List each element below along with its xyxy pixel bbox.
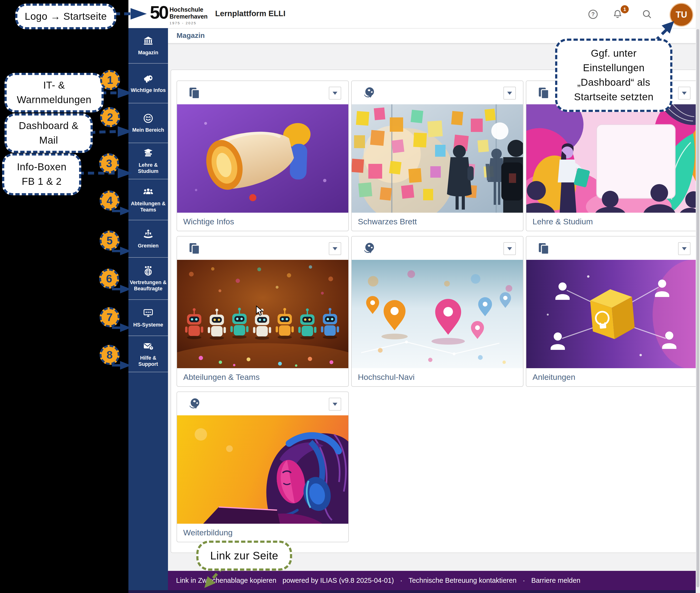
notification-count-badge[interactable]: 1 — [621, 5, 629, 13]
callout-it-warnmeldungen: IT- & Warnmeldungen — [4, 73, 104, 112]
card-image-map-pins — [352, 260, 523, 368]
sidebar-item-label: Vertretungen & Beauftragte — [128, 280, 168, 292]
mouse-cursor — [255, 306, 265, 317]
callout-text: Ggf. unter — [591, 46, 637, 61]
sidebar-item-label: Magazin — [137, 50, 160, 56]
chevron-down-icon — [682, 247, 687, 250]
chevron-down-icon — [333, 247, 337, 250]
tile-actions-dropdown[interactable] — [329, 87, 341, 100]
sidebar-item-hs-systeme[interactable]: HS-Systeme — [128, 300, 168, 336]
card-image-presentation — [526, 104, 698, 213]
help-icon[interactable]: ? — [588, 9, 598, 20]
step-badge-1: 1 — [100, 70, 120, 90]
footer-bar: Link in Zwischenablage kopieren powered … — [168, 571, 700, 590]
callout-text: Dashboard & — [19, 119, 79, 133]
tile-hochschul-navi[interactable]: Hochschul-Navi — [351, 236, 523, 387]
tile-header — [177, 392, 348, 416]
folder-icon — [537, 86, 551, 100]
sidebar-item-label: Wichtige Infos — [130, 87, 167, 93]
svg-text:?: ? — [591, 11, 595, 17]
tile-header — [177, 236, 348, 260]
tile-wichtige-infos[interactable]: Wichtige Infos — [177, 80, 349, 231]
tile-actions-dropdown[interactable] — [329, 242, 341, 255]
link-icon — [187, 397, 201, 411]
sidebar-item-magazin[interactable]: Magazin — [128, 28, 168, 64]
megaphone-icon — [143, 73, 154, 85]
sidebar-item-label: Hilfe & Support — [128, 355, 168, 367]
step-badge-8: 8 — [100, 345, 120, 365]
annotated-screenshot: 50 Hochschule Bremerhaven 1975 - 2025 Le… — [0, 0, 700, 593]
tile-title[interactable]: Weiterbildung — [177, 524, 348, 541]
main-sidebar: Magazin Wichtige Infos Mein Bereich Lehr… — [128, 28, 168, 593]
footer-contact-support[interactable]: Technische Betreuung kontaktieren — [409, 577, 517, 584]
folder-icon — [187, 86, 201, 100]
tile-actions-dropdown[interactable] — [504, 87, 516, 100]
tile-title[interactable]: Hochschul-Navi — [352, 368, 523, 386]
link-icon — [362, 86, 376, 100]
callout-text: Logo → Startseite — [25, 9, 107, 24]
logo-institution-line2: Bremerhaven — [170, 13, 208, 20]
step-badge-6: 6 — [99, 269, 119, 289]
tile-title[interactable]: Abteilungen & Teams — [177, 368, 348, 386]
chevron-down-icon — [682, 92, 687, 95]
user-avatar[interactable]: TU — [669, 3, 693, 27]
folder-icon — [537, 242, 551, 255]
sidebar-item-abteilungen-teams[interactable]: Abteilungen & Teams — [128, 179, 168, 220]
sidebar-item-gremien[interactable]: Gremien — [128, 220, 168, 258]
step-badge-7: 7 — [100, 307, 120, 327]
sidebar-item-hilfe-support[interactable]: ? Hilfe & Support — [128, 336, 168, 372]
callout-text: Startseite setzten — [574, 90, 654, 104]
tile-actions-dropdown[interactable] — [329, 398, 341, 410]
callout-text: FB 1 & 2 — [22, 174, 62, 189]
scrollbar-thumb[interactable] — [696, 29, 699, 587]
card-image-lightbulb — [526, 260, 698, 368]
footer-powered-by-ilias[interactable]: powered by ILIAS (v9.8 2025-04-01) — [283, 577, 394, 584]
tile-title[interactable]: Anleitungen — [526, 368, 698, 386]
tile-title[interactable]: Schwarzes Brett — [352, 213, 523, 230]
monitor-password-icon — [143, 308, 154, 320]
tile-title[interactable]: Lehre & Studium — [526, 213, 698, 230]
tile-header — [352, 236, 523, 260]
callout-text: Einstellungen — [583, 61, 645, 75]
callout-link-zur-seite: Link zur Seite — [196, 541, 292, 570]
chevron-down-icon — [507, 247, 512, 250]
footer-copy-permalink[interactable]: Link in Zwischenablage kopieren — [176, 577, 277, 584]
tile-actions-dropdown[interactable] — [678, 87, 691, 100]
sidebar-item-label: Abteilungen & Teams — [128, 201, 168, 213]
tile-anleitungen[interactable]: Anleitungen — [526, 236, 698, 387]
card-image-megaphone — [177, 104, 348, 213]
folder-icon — [187, 242, 201, 255]
step-badge-2: 2 — [100, 107, 120, 127]
callout-logo-startseite: Logo → Startseite — [15, 4, 116, 29]
sidebar-item-label: Mein Bereich — [131, 127, 165, 133]
tile-header — [352, 81, 523, 104]
sidebar-item-lehre-studium[interactable]: Lehre & Studium — [128, 143, 168, 179]
tile-header — [177, 81, 348, 104]
chevron-down-icon — [507, 92, 512, 95]
sidebar-item-label: Lehre & Studium — [128, 162, 168, 174]
tile-schwarzes-brett[interactable]: Schwarzes Brett — [351, 80, 523, 231]
search-icon[interactable] — [641, 9, 653, 20]
sidebar-item-mein-bereich[interactable]: Mein Bereich — [128, 103, 168, 143]
logo-institution-line1: Hochschule — [170, 6, 208, 13]
link-icon — [362, 242, 376, 255]
breadcrumb[interactable]: Magazin — [177, 32, 205, 40]
books-icon — [143, 148, 154, 160]
step-badge-3: 3 — [99, 153, 119, 173]
tile-actions-dropdown[interactable] — [678, 242, 691, 255]
callout-text: IT- & — [43, 78, 65, 93]
tile-title[interactable]: Wichtige Infos — [177, 213, 348, 230]
callout-dashboard-startseite: Ggf. unter Einstellungen „Dashboard“ als… — [555, 39, 672, 112]
tile-actions-dropdown[interactable] — [504, 242, 516, 255]
chevron-down-icon — [333, 92, 337, 95]
card-image-sticky-notes — [352, 104, 523, 213]
mail-question-icon: ? — [143, 341, 154, 353]
sidebar-item-wichtige-infos[interactable]: Wichtige Infos — [128, 64, 168, 103]
arrow-dashboard-callout — [89, 131, 119, 132]
tile-weiterbildung[interactable]: Weiterbildung — [177, 392, 349, 542]
callout-text: Warnmeldungen — [17, 93, 91, 107]
globe-people-icon — [143, 265, 154, 277]
footer-report-barrier[interactable]: Barriere melden — [531, 577, 580, 584]
university-logo[interactable]: 50 Hochschule Bremerhaven 1975 - 2025 — [150, 3, 208, 25]
sidebar-item-vertretungen[interactable]: Vertretungen & Beauftragte — [128, 258, 168, 300]
